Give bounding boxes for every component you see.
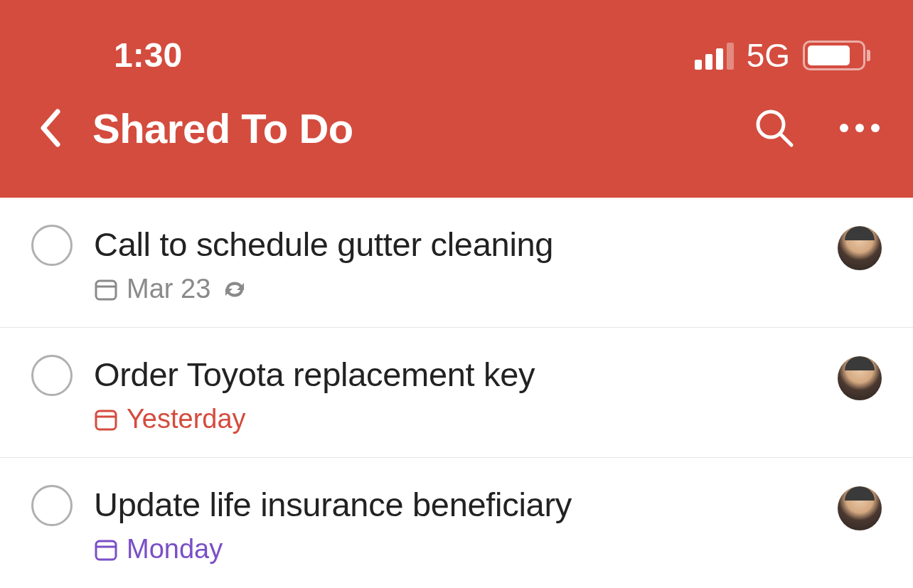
task-meta: Mar 23 xyxy=(94,274,816,304)
task-date: Yesterday xyxy=(127,404,246,434)
calendar-icon xyxy=(94,407,118,432)
svg-line-1 xyxy=(781,134,791,145)
recurring-icon xyxy=(222,278,247,301)
status-time: 1:30 xyxy=(43,36,182,75)
more-icon xyxy=(840,124,880,132)
svg-rect-2 xyxy=(96,281,116,299)
task-title: Update life insurance beneficiary xyxy=(94,485,816,524)
search-button[interactable] xyxy=(749,103,799,153)
svg-rect-6 xyxy=(96,541,116,560)
status-bar: 1:30 5G xyxy=(0,0,913,89)
task-meta: Yesterday xyxy=(94,404,816,434)
task-row[interactable]: Call to schedule gutter cleaning Mar 23 xyxy=(0,198,913,328)
task-list: Call to schedule gutter cleaning Mar 23 … xyxy=(0,198,913,587)
page-title: Shared To Do xyxy=(92,105,714,152)
task-content: Update life insurance beneficiary Monday xyxy=(94,483,816,565)
task-title: Call to schedule gutter cleaning xyxy=(94,225,816,264)
nav-bar: Shared To Do xyxy=(0,89,913,174)
task-checkbox[interactable] xyxy=(31,225,73,266)
task-row[interactable]: Update life insurance beneficiary Monday xyxy=(0,458,913,587)
chevron-left-icon xyxy=(39,109,60,147)
back-button[interactable] xyxy=(28,107,71,149)
calendar-icon xyxy=(94,277,118,301)
more-button[interactable] xyxy=(835,103,885,153)
task-meta: Monday xyxy=(94,534,816,565)
task-checkbox[interactable] xyxy=(31,355,73,396)
search-icon xyxy=(754,108,794,148)
calendar-icon xyxy=(94,538,118,562)
task-row[interactable]: Order Toyota replacement key Yesterday xyxy=(0,328,913,458)
task-date: Monday xyxy=(127,534,223,565)
task-title: Order Toyota replacement key xyxy=(94,355,816,394)
assignee-avatar[interactable] xyxy=(838,226,882,270)
status-right: 5G xyxy=(695,36,870,75)
assignee-avatar[interactable] xyxy=(838,486,882,530)
task-content: Order Toyota replacement key Yesterday xyxy=(94,353,816,434)
signal-icon xyxy=(695,41,734,70)
assignee-avatar[interactable] xyxy=(838,356,882,400)
svg-rect-4 xyxy=(96,411,116,429)
network-label: 5G xyxy=(747,36,790,75)
task-checkbox[interactable] xyxy=(31,485,73,526)
task-content: Call to schedule gutter cleaning Mar 23 xyxy=(94,223,816,304)
task-date: Mar 23 xyxy=(127,274,210,304)
battery-icon xyxy=(803,41,870,70)
app-header: 1:30 5G Shared To Do xyxy=(0,0,913,198)
